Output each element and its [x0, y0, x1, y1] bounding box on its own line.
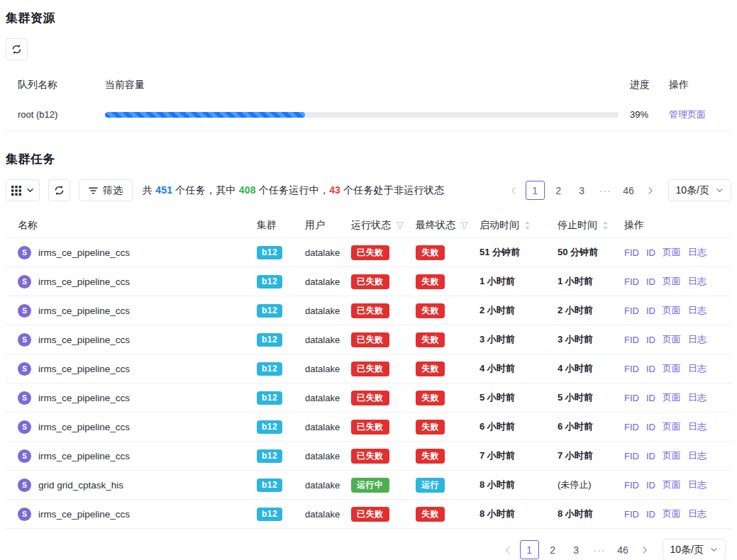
tasks-refresh-button[interactable]: [48, 179, 70, 201]
page-prev-button[interactable]: [500, 540, 516, 559]
action-link-page[interactable]: 页面: [663, 333, 681, 346]
stop-time: 5 小时前: [558, 391, 624, 404]
page-number-46[interactable]: 46: [614, 540, 633, 559]
action-link-id[interactable]: ID: [646, 276, 655, 287]
action-link-page[interactable]: 页面: [663, 420, 681, 433]
task-name: irms_ce_pipeline_ccs: [38, 364, 130, 374]
action-link-log[interactable]: 日志: [688, 478, 706, 491]
filter-funnel-icon[interactable]: [396, 221, 404, 230]
page-prev-button[interactable]: [506, 181, 521, 200]
action-link-fid[interactable]: FID: [624, 276, 639, 287]
filter-funnel-icon[interactable]: [460, 221, 469, 230]
task-cluster-cell: b12: [257, 275, 305, 289]
page-number-3[interactable]: 3: [572, 181, 592, 200]
task-user: datalake: [305, 480, 351, 491]
page-size-value: 10条/页: [676, 184, 709, 197]
page-ellipsis[interactable]: ···: [596, 181, 615, 200]
task-name: irms_ce_pipeline_ccs: [38, 393, 130, 403]
action-link-log[interactable]: 日志: [688, 391, 706, 404]
filter-button[interactable]: 筛选: [79, 179, 133, 201]
action-link-log[interactable]: 日志: [688, 275, 706, 288]
layout-switch-button[interactable]: [6, 179, 40, 201]
start-time: 3 小时前: [480, 333, 558, 346]
action-link-id[interactable]: ID: [646, 247, 655, 258]
resources-refresh-button[interactable]: [6, 38, 28, 60]
resource-row: root (b12) 39% 管理页面: [6, 99, 731, 131]
page-number-2[interactable]: 2: [543, 540, 563, 559]
action-link-fid[interactable]: FID: [624, 306, 639, 316]
action-link-page[interactable]: 页面: [663, 391, 681, 404]
action-link-id[interactable]: ID: [646, 422, 655, 432]
action-link-page[interactable]: 页面: [663, 508, 681, 520]
action-link-fid[interactable]: FID: [624, 247, 639, 258]
action-link-id[interactable]: ID: [646, 451, 655, 461]
chevron-down-icon: [710, 546, 718, 554]
action-link-log[interactable]: 日志: [688, 362, 706, 375]
page-next-button[interactable]: [643, 181, 658, 200]
page-ellipsis[interactable]: ···: [590, 540, 609, 559]
action-link-id[interactable]: ID: [646, 364, 655, 374]
action-link-fid[interactable]: FID: [624, 480, 639, 491]
sort-carets-icon[interactable]: [602, 220, 609, 230]
action-link-fid[interactable]: FID: [624, 364, 639, 374]
page-number-1[interactable]: 1: [520, 540, 539, 559]
start-time: 2 小时前: [480, 304, 558, 317]
stop-time: (未停止): [558, 478, 624, 491]
action-link-page[interactable]: 页面: [663, 246, 681, 259]
run-status-cell: 已失败: [351, 449, 416, 464]
col-user: 用户: [305, 219, 351, 232]
page-size-select[interactable]: 10条/页: [668, 179, 731, 201]
run-status-cell: 已失败: [351, 332, 416, 347]
action-link-fid[interactable]: FID: [624, 422, 639, 432]
summary-text: 共: [143, 184, 155, 196]
action-link-log[interactable]: 日志: [688, 420, 706, 433]
action-link-page[interactable]: 页面: [663, 275, 681, 288]
action-link-id[interactable]: ID: [646, 480, 655, 491]
tasks-table-header: 名称 集群 用户 运行状态 最终状态 启动时间 停止时间 操作: [6, 213, 731, 238]
action-link-fid[interactable]: FID: [624, 451, 639, 461]
task-user: datalake: [305, 247, 351, 258]
page-number-1[interactable]: 1: [526, 181, 545, 200]
page-number-2[interactable]: 2: [549, 181, 568, 200]
col-final-status: 最终状态: [416, 219, 480, 232]
action-link-page[interactable]: 页面: [663, 304, 681, 317]
action-link-log[interactable]: 日志: [688, 246, 706, 259]
task-name-cell: Sirms_ce_pipeline_ccs: [18, 508, 257, 521]
task-cluster-cell: b12: [257, 478, 305, 492]
action-link-id[interactable]: ID: [646, 306, 655, 316]
page: 集群资源 队列名称 当前容量 进度 操作 root (b12): [0, 0, 737, 560]
task-name-cell: Sirms_ce_pipeline_ccs: [18, 420, 257, 434]
page-number-3[interactable]: 3: [567, 540, 586, 559]
action-link-log[interactable]: 日志: [688, 304, 706, 317]
task-name: irms_ce_pipeline_ccs: [38, 422, 130, 432]
action-link-page[interactable]: 页面: [663, 449, 681, 462]
manage-page-link[interactable]: 管理页面: [669, 109, 706, 120]
run-status-badge: 已失败: [351, 362, 389, 376]
page-next-button[interactable]: [637, 540, 653, 559]
action-link-log[interactable]: 日志: [688, 449, 706, 462]
action-link-log[interactable]: 日志: [688, 508, 706, 520]
action-link-id[interactable]: ID: [646, 393, 655, 403]
task-cluster-cell: b12: [257, 420, 305, 434]
action-link-page[interactable]: 页面: [663, 478, 681, 491]
task-row: Sirms_ce_pipeline_ccsb12datalake已失败失败5 小…: [6, 383, 731, 413]
run-status-badge: 已失败: [351, 420, 389, 435]
final-status-cell: 失败: [416, 449, 480, 464]
task-name: irms_ce_pipeline_ccs: [38, 247, 130, 258]
action-link-id[interactable]: ID: [646, 335, 655, 345]
page-number-46[interactable]: 46: [619, 181, 638, 200]
action-link-fid[interactable]: FID: [624, 335, 639, 345]
action-link-fid[interactable]: FID: [624, 509, 639, 520]
task-row: Sgrid grid_cptask_hisb12datalake运行中运行8 小…: [6, 471, 731, 500]
run-status-badge: 已失败: [351, 449, 389, 464]
sort-carets-icon[interactable]: [524, 220, 531, 230]
page-size-select[interactable]: 10条/页: [663, 539, 726, 560]
cluster-badge: b12: [257, 333, 282, 347]
action-link-log[interactable]: 日志: [688, 333, 706, 346]
task-avatar: S: [18, 478, 31, 492]
task-user: datalake: [305, 422, 351, 432]
action-link-id[interactable]: ID: [646, 509, 655, 520]
action-link-fid[interactable]: FID: [624, 393, 639, 403]
task-user: datalake: [305, 364, 351, 374]
action-link-page[interactable]: 页面: [663, 362, 681, 375]
